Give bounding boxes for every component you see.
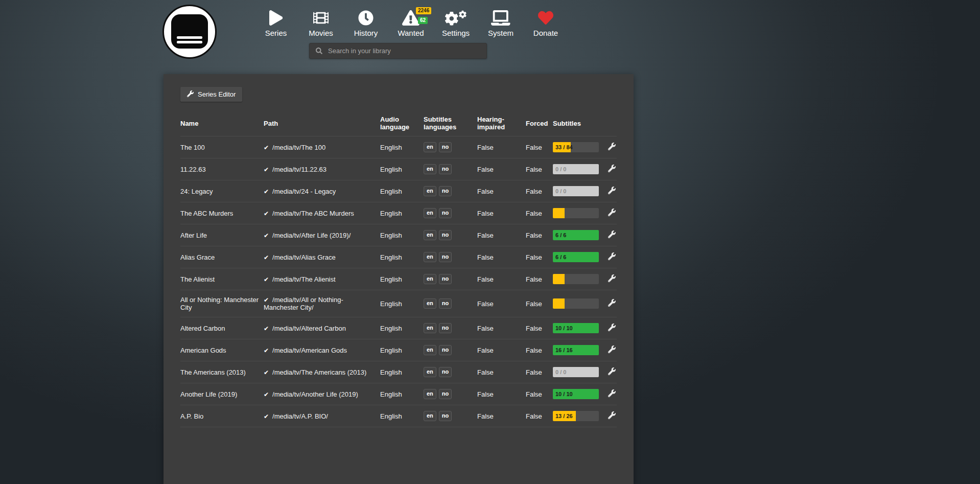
edit-series-button[interactable]: [608, 411, 616, 419]
series-row: The Americans (2013)✔/media/tv/The Ameri…: [180, 361, 617, 383]
check-icon: ✔: [264, 347, 269, 354]
progress-label: 0 / 0: [555, 166, 566, 172]
series-path: ✔/media/tv/Another Life (2019): [264, 383, 380, 405]
subtitles-progress-bar: 0 / 0: [553, 367, 599, 377]
subtitles-languages-cell: enno: [424, 268, 477, 290]
main-nav: SeriesMoviesHistoryWanted224662SettingsS…: [253, 9, 568, 37]
subtitles-progress-cell: 0 / 0: [553, 158, 604, 180]
wrench-icon: [187, 90, 194, 99]
subtitles-progress-cell: 0 / 0: [553, 361, 604, 383]
subtitles-progress-bar: 6 / 6: [553, 230, 599, 240]
language-badge: en: [424, 230, 436, 240]
actions-cell: [604, 158, 617, 180]
nav-item-settings[interactable]: Settings: [433, 9, 478, 37]
wrench-icon: [608, 165, 616, 172]
audio-language-value: English: [380, 405, 424, 427]
audio-language-value: English: [380, 180, 424, 202]
col-header-actions: [604, 112, 617, 136]
series-name-link[interactable]: The Alienist: [180, 268, 264, 290]
series-name-link[interactable]: After Life: [180, 224, 264, 246]
series-name-link[interactable]: Alias Grace: [180, 246, 264, 268]
check-icon: ✔: [264, 369, 269, 376]
check-icon: ✔: [264, 232, 269, 239]
series-name-link[interactable]: 11.22.63: [180, 158, 264, 180]
wrench-icon: [608, 411, 616, 419]
hearing-impaired-value: False: [477, 202, 526, 224]
series-row: The Alienist✔/media/tv/The AlienistEngli…: [180, 268, 617, 290]
gears-icon: [445, 10, 468, 26]
subtitles-languages-cell: enno: [424, 246, 477, 268]
path-text: /media/tv/11.22.63: [272, 166, 326, 173]
audio-language-value: English: [380, 383, 424, 405]
series-name-link[interactable]: 24: Legacy: [180, 180, 264, 202]
wrench-icon: [608, 209, 616, 216]
nav-item-label: Movies: [298, 29, 343, 37]
wanted-count-badge: 2246: [416, 7, 431, 14]
bazarr-logo[interactable]: [162, 5, 217, 59]
check-icon: ✔: [264, 391, 269, 398]
series-path: ✔/media/tv/The 100: [264, 136, 380, 158]
edit-series-button[interactable]: [608, 367, 616, 375]
series-name-link[interactable]: Altered Carbon: [180, 317, 264, 339]
edit-series-button[interactable]: [608, 324, 616, 331]
series-editor-label: Series Editor: [198, 90, 236, 98]
forced-value: False: [526, 268, 553, 290]
edit-series-button[interactable]: [608, 165, 616, 172]
edit-series-button[interactable]: [608, 143, 616, 150]
language-badge: no: [439, 164, 452, 174]
path-text: /media/tv/The ABC Murders: [272, 210, 354, 217]
series-editor-button[interactable]: Series Editor: [180, 87, 242, 102]
nav-item-series[interactable]: Series: [253, 9, 298, 37]
language-badge: no: [439, 323, 452, 333]
edit-series-button[interactable]: [608, 187, 616, 194]
subtitles-progress-bar: 16 / 16: [553, 345, 599, 355]
language-badge: en: [424, 389, 436, 399]
edit-series-button[interactable]: [608, 389, 616, 397]
nav-item-system[interactable]: System: [478, 9, 523, 37]
edit-series-button[interactable]: [608, 209, 616, 216]
actions-cell: [604, 339, 617, 361]
subtitles-progress-cell: 33 / 84: [553, 136, 604, 158]
nav-item-wanted[interactable]: Wanted224662: [388, 9, 433, 37]
logo-subtitle-line: [177, 36, 202, 39]
language-badge: en: [424, 186, 436, 196]
search-input[interactable]: [327, 47, 486, 55]
nav-item-movies[interactable]: Movies: [298, 9, 343, 37]
search-icon: [316, 48, 322, 54]
subtitles-progress-bar: 0 / 0: [553, 164, 599, 174]
edit-series-button[interactable]: [608, 345, 616, 353]
path-text: /media/tv/All or Nothing- Manchester Cit…: [264, 296, 343, 311]
series-path: ✔/media/tv/A.P. BIO/: [264, 405, 380, 427]
series-name-link[interactable]: Another Life (2019): [180, 383, 264, 405]
language-badge: no: [439, 252, 452, 262]
edit-series-button[interactable]: [608, 231, 616, 238]
subtitles-progress-cell: 13 / 26: [553, 405, 604, 427]
series-row: All or Nothing: Manchester City✔/media/t…: [180, 290, 617, 317]
subtitles-progress-bar: 10 / 10: [553, 323, 599, 333]
nav-item-donate[interactable]: Donate: [523, 9, 568, 37]
series-name-link[interactable]: American Gods: [180, 339, 264, 361]
language-badge: en: [424, 298, 436, 308]
series-name-link[interactable]: All or Nothing: Manchester City: [180, 290, 264, 317]
nav-item-label: System: [478, 29, 523, 37]
series-name-link[interactable]: The 100: [180, 136, 264, 158]
wrench-icon: [608, 274, 616, 282]
audio-language-value: English: [380, 290, 424, 317]
nav-item-history[interactable]: History: [343, 9, 388, 37]
wanted-count-badge-secondary: 62: [418, 17, 428, 24]
language-badge: no: [439, 298, 452, 308]
series-name-link[interactable]: The ABC Murders: [180, 202, 264, 224]
check-icon: ✔: [264, 144, 269, 151]
clock-icon: [358, 10, 374, 26]
series-row: 11.22.63✔/media/tv/11.22.63EnglishennoFa…: [180, 158, 617, 180]
edit-series-button[interactable]: [608, 299, 616, 307]
progress-label: 10 / 10: [555, 391, 573, 397]
subtitles-languages-cell: enno: [424, 202, 477, 224]
forced-value: False: [526, 136, 553, 158]
edit-series-button[interactable]: [608, 252, 616, 260]
wrench-icon: [608, 187, 616, 194]
wrench-icon: [187, 90, 194, 97]
series-name-link[interactable]: The Americans (2013): [180, 361, 264, 383]
edit-series-button[interactable]: [608, 274, 616, 282]
series-name-link[interactable]: A.P. Bio: [180, 405, 264, 427]
